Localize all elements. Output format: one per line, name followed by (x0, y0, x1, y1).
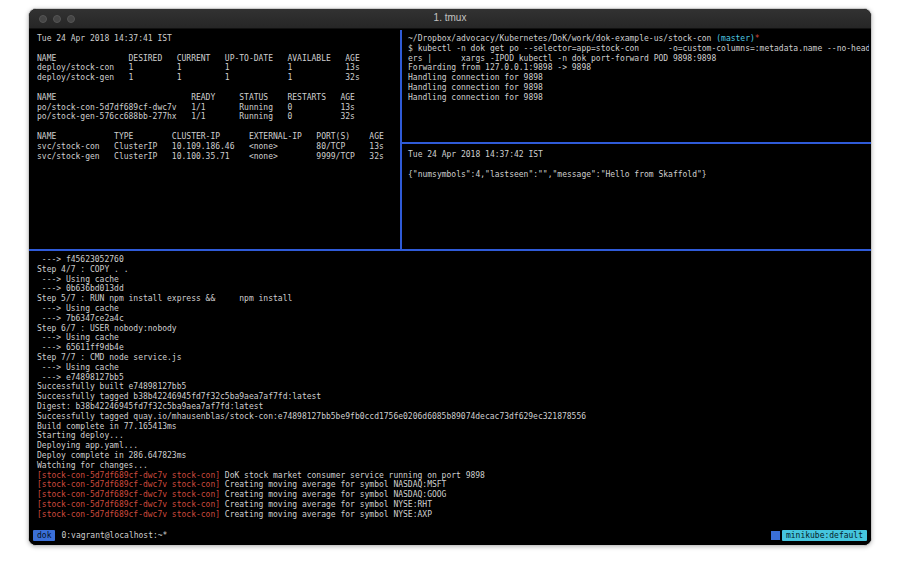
terminal-line: deploy/stock-gen 1 1 1 1 32s (37, 73, 398, 83)
terminal-line: {"numsymbols":4,"lastseen":"","message":… (408, 170, 869, 180)
tmux-terminal: Tue 24 Apr 2018 14:37:41 IST NAME DESIRE… (29, 30, 871, 545)
terminal-line: Step 4/7 : COPY . . (37, 265, 869, 275)
terminal-line: Handling connection for 9898 (408, 73, 869, 83)
terminal-line (37, 83, 398, 93)
terminal-line: Step 6/7 : USER nobody:nobody (37, 324, 869, 334)
terminal-line: Tue 24 Apr 2018 14:37:42 IST (408, 150, 869, 160)
terminal-window: 1. tmux Tue 24 Apr 2018 14:37:41 IST NAM… (28, 8, 872, 546)
terminal-line: [stock-con-5d7df689cf-dwc7v stock-con] C… (37, 480, 869, 490)
terminal-line: Watching for changes... (37, 461, 869, 471)
terminal-line: [stock-con-5d7df689cf-dwc7v stock-con] C… (37, 510, 869, 520)
terminal-line: [stock-con-5d7df689cf-dwc7v stock-con] D… (37, 471, 869, 481)
terminal-line: deploy/stock-con 1 1 1 1 13s (37, 63, 398, 73)
terminal-line: Successfully tagged quay.io/mhausenblas/… (37, 412, 869, 422)
terminal-line (408, 160, 869, 170)
terminal-line: Successfully tagged b38b42246945fd7f32c5… (37, 392, 869, 402)
terminal-line: Handling connection for 9898 (408, 83, 869, 93)
pane-port-forward[interactable]: ~/Dropbox/advocacy/Kubernetes/DoK/work/d… (406, 30, 869, 142)
terminal-line: Deploy complete in 286.647823ms (37, 451, 869, 461)
terminal-line: po/stock-gen-576cc688bb-277hx 1/1 Runnin… (37, 112, 398, 122)
window-title: 1. tmux (29, 12, 871, 23)
terminal-line: ---> Using cache (37, 363, 869, 373)
terminal-line: NAME READY STATUS RESTARTS AGE (37, 93, 398, 103)
tmux-window-item[interactable]: 0:vagrant@localhost:~* (61, 531, 167, 540)
terminal-line (37, 122, 398, 132)
terminal-line: ---> f45623052760 (37, 255, 869, 265)
terminal-line: po/stock-con-5d7df689cf-dwc7v 1/1 Runnin… (37, 103, 398, 113)
terminal-line: ---> e74898127bb5 (37, 373, 869, 383)
terminal-line: Step 5/7 : RUN npm install express && np… (37, 294, 869, 304)
terminal-line: ~/Dropbox/advocacy/Kubernetes/DoK/work/d… (408, 34, 869, 44)
terminal-line: svc/stock-gen ClusterIP 10.100.35.71 <no… (37, 152, 398, 162)
kube-context-icon (771, 531, 780, 540)
terminal-line: ---> 65611ff9db4e (37, 343, 869, 353)
terminal-line: ---> Using cache (37, 275, 869, 285)
terminal-line: Digest: b38b42246945fd7f32c5ba9aea7af7fd… (37, 402, 869, 412)
terminal-line: Deploying app.yaml... (37, 441, 869, 451)
pane-border-vertical (400, 30, 402, 249)
kube-context-label: minikube:default (782, 530, 867, 541)
terminal-line: $ kubectl -n dok get po --selector=app=s… (408, 44, 869, 54)
pane-skaffold-build[interactable]: ---> f45623052760Step 4/7 : COPY . . ---… (29, 251, 871, 528)
terminal-line: Starting deploy... (37, 431, 869, 441)
terminal-line: Successfully built e74898127bb5 (37, 382, 869, 392)
terminal-line: ---> Using cache (37, 304, 869, 314)
window-title-bar: 1. tmux (29, 9, 871, 29)
terminal-line: ---> 7b6347ce2a4c (37, 314, 869, 324)
pane-curl-output[interactable]: Tue 24 Apr 2018 14:37:42 IST {"numsymbol… (406, 148, 869, 248)
terminal-line: ---> 0b636bd013dd (37, 284, 869, 294)
tmux-status-bar: dok 0:vagrant@localhost:~* minikube:defa… (29, 529, 871, 542)
terminal-line: Handling connection for 9898 (408, 93, 869, 103)
terminal-line: Build complete in 77.165413ms (37, 422, 869, 432)
terminal-line: NAME TYPE CLUSTER-IP EXTERNAL-IP PORT(S)… (37, 132, 398, 142)
terminal-line: Step 7/7 : CMD node service.js (37, 353, 869, 363)
terminal-line: [stock-con-5d7df689cf-dwc7v stock-con] C… (37, 500, 869, 510)
terminal-line: ers | xargs -IPOD kubectl -n dok port-fo… (408, 54, 869, 64)
tmux-session-name: dok (33, 530, 55, 541)
terminal-line: svc/stock-con ClusterIP 10.109.186.46 <n… (37, 142, 398, 152)
terminal-line: Tue 24 Apr 2018 14:37:41 IST (37, 34, 398, 44)
terminal-line: NAME DESIRED CURRENT UP-TO-DATE AVAILABL… (37, 54, 398, 64)
terminal-line: Forwarding from 127.0.0.1:9898 -> 9898 (408, 63, 869, 73)
pane-kubectl-watch[interactable]: Tue 24 Apr 2018 14:37:41 IST NAME DESIRE… (29, 30, 400, 249)
terminal-line: ---> Using cache (37, 333, 869, 343)
pane-border-horizontal-right (402, 142, 871, 144)
terminal-line (37, 44, 398, 54)
terminal-line: [stock-con-5d7df689cf-dwc7v stock-con] C… (37, 490, 869, 500)
